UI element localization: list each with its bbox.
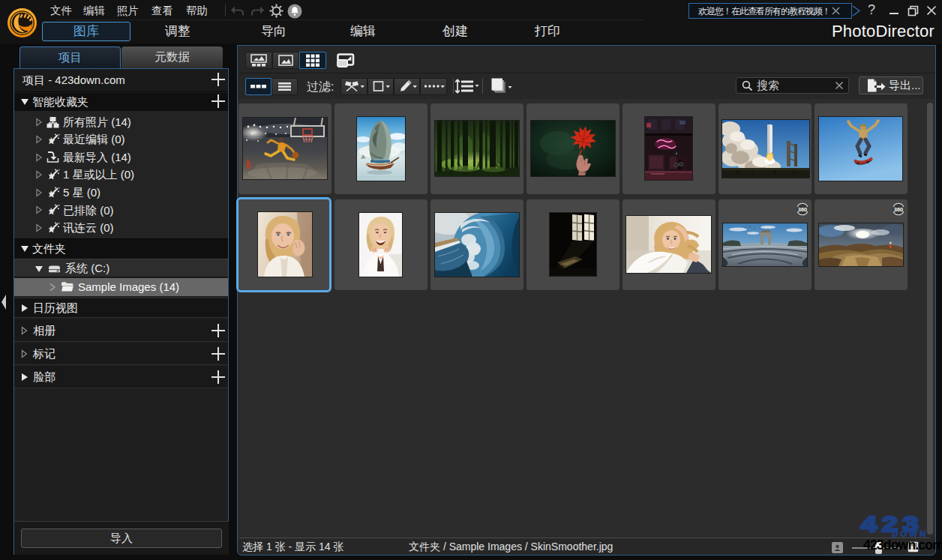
svg-text:360: 360 (798, 206, 808, 213)
svg-text:360: 360 (894, 206, 904, 213)
